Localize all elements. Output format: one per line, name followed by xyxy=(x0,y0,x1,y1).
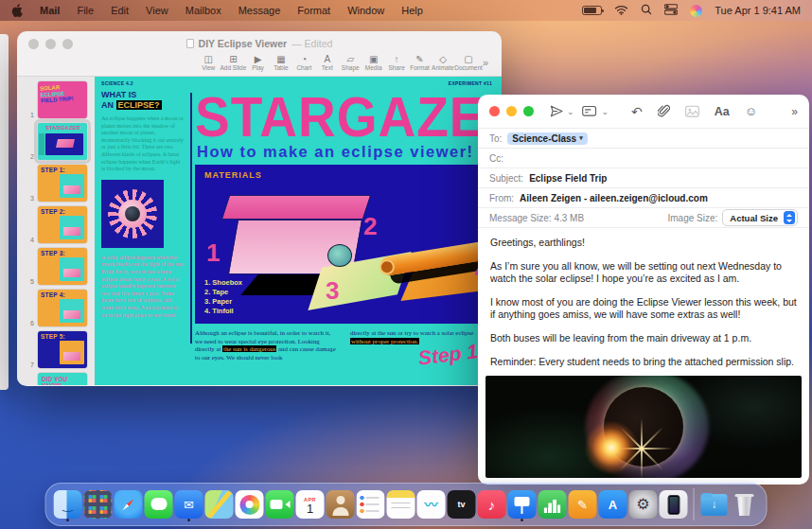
undo-icon[interactable]: ↶ xyxy=(631,104,643,119)
dock-notes[interactable] xyxy=(387,486,415,522)
dock-freeform[interactable]: 〰 xyxy=(417,486,446,522)
dock-photos[interactable] xyxy=(236,486,264,522)
send-chevron-icon[interactable]: ⌄ xyxy=(567,107,574,116)
chart-button[interactable]: ◔Chart xyxy=(292,54,315,71)
from-value[interactable]: Aileen Zeigen - aileen.zeigen@icloud.com xyxy=(520,193,708,203)
control-center-icon[interactable] xyxy=(664,4,678,17)
keynote-titlebar[interactable]: DIY Eclipse Viewer — Edited xyxy=(17,31,502,49)
highlight-sun-dangerous: the sun is dangerous xyxy=(222,345,276,352)
menu-bar-clock[interactable]: Tue Apr 1 9:41 AM xyxy=(715,5,801,16)
dock-downloads[interactable]: ↓ xyxy=(700,486,729,522)
text-button[interactable]: AText xyxy=(316,54,339,71)
mail-toolbar[interactable]: ⌄ ⌄ ↶ Aa ☺ » xyxy=(478,95,809,128)
slide-thumbnail-4[interactable]: 4 STEP 2: xyxy=(17,206,91,243)
keynote-close-button[interactable] xyxy=(28,39,39,49)
slide-course-label: SCIENCE 4.2 xyxy=(101,80,133,86)
menu-item-mail[interactable]: Mail xyxy=(40,5,60,16)
text-icon: A xyxy=(324,54,330,64)
keynote-zoom-button[interactable] xyxy=(62,39,73,49)
eclipse-photo-attachment[interactable] xyxy=(485,376,802,478)
dock-facetime[interactable] xyxy=(266,486,294,522)
dock-pages[interactable]: ✎ xyxy=(569,486,597,522)
slide-thumbnail-3[interactable]: 3 STEP 1: xyxy=(17,165,91,202)
send-icon[interactable] xyxy=(549,104,564,118)
dock-calendar[interactable]: APR1 xyxy=(296,486,325,522)
animate-button[interactable]: ◇Animate xyxy=(432,54,454,71)
slide-thumbnail-5[interactable]: 5 STEP 3: xyxy=(17,248,91,285)
dock-safari[interactable] xyxy=(115,486,143,522)
share-button[interactable]: ↑Share xyxy=(385,54,408,71)
subject-field[interactable]: Subject: Eclipse Field Trip xyxy=(478,168,809,187)
to-field[interactable]: To: Science-Class▾ xyxy=(478,128,809,148)
to-recipient-token[interactable]: Science-Class▾ xyxy=(507,132,587,145)
slide-thumbnail-7[interactable]: 7 STEP 5: xyxy=(17,331,91,368)
dock-iphone-mirroring[interactable] xyxy=(660,486,688,522)
dock-app-store[interactable]: A xyxy=(599,486,627,522)
siri-icon[interactable] xyxy=(690,5,702,17)
battery-icon[interactable] xyxy=(582,6,602,15)
mail-minimize-button[interactable] xyxy=(506,106,517,116)
dock-messages[interactable] xyxy=(145,486,173,522)
slide-canvas[interactable]: SCIENCE 4.2 EXPERIMENT #11 WHAT IS AN EC… xyxy=(95,77,502,385)
slide-navigator: 1 SOLAR ECLIPSE FIELD TRIP! 2 STARGAZER xyxy=(17,77,95,385)
table-icon: ▦ xyxy=(276,54,285,64)
slide-thumbnail-8[interactable]: DID YOU KNOW xyxy=(17,373,91,385)
menu-item-window[interactable]: Window xyxy=(347,5,384,16)
format-button[interactable]: ✎Format xyxy=(408,54,431,71)
mail-zoom-button[interactable] xyxy=(523,106,534,116)
size-row: Message Size: 4.3 MB Image Size: Actual … xyxy=(478,207,809,227)
menu-item-file[interactable]: File xyxy=(77,5,94,16)
keynote-window-title: DIY Eclipse Viewer xyxy=(199,38,288,49)
dock-system-settings[interactable]: ⚙ xyxy=(629,486,658,522)
attach-icon[interactable] xyxy=(658,104,670,118)
slide-thumbnail-2-selected[interactable]: 2 STARGAZER xyxy=(17,123,91,160)
media-button[interactable]: ▣Media xyxy=(362,54,384,71)
document-button[interactable]: ▢Document xyxy=(454,54,483,71)
dock-mail[interactable]: ✉ xyxy=(175,486,203,522)
menu-item-format[interactable]: Format xyxy=(297,5,330,16)
body-paragraph: As I’m sure you all know, we will be set… xyxy=(490,260,797,285)
menu-item-help[interactable]: Help xyxy=(401,5,423,16)
apple-menu-icon[interactable] xyxy=(11,4,23,17)
play-button[interactable]: ▶Play xyxy=(246,54,269,71)
dock: ‿ ✉ APR1 〰 tv ♪ ✎ A ⚙ ↓ xyxy=(45,483,768,526)
view-button[interactable]: ◫View xyxy=(197,54,220,71)
format-icon[interactable]: Aa xyxy=(715,105,730,118)
keynote-minimize-button[interactable] xyxy=(45,39,56,49)
header-fields-chevron-icon[interactable]: ⌄ xyxy=(602,107,609,116)
dock-music[interactable]: ♪ xyxy=(478,486,506,522)
dock-apple-tv[interactable]: tv xyxy=(448,486,476,522)
menu-item-view[interactable]: View xyxy=(146,5,168,16)
shape-button[interactable]: ▱Shape xyxy=(339,54,362,71)
image-size-select[interactable]: Actual Size xyxy=(722,209,798,226)
from-field[interactable]: From: Aileen Zeigen - aileen.zeigen@iclo… xyxy=(478,187,809,207)
table-button[interactable]: ▦Table xyxy=(270,54,292,71)
menu-item-message[interactable]: Message xyxy=(238,5,281,16)
dock-launchpad[interactable] xyxy=(84,486,113,522)
document-proxy-icon xyxy=(186,39,194,48)
mail-close-button[interactable] xyxy=(489,106,500,116)
add-slide-button[interactable]: ⊞Add Slide xyxy=(220,54,246,71)
eclipse-paragraph-2: A solar eclipse happens when the moon bl… xyxy=(101,255,185,319)
toolbar-overflow-icon[interactable]: » xyxy=(483,57,488,68)
menu-item-mailbox[interactable]: Mailbox xyxy=(185,5,221,16)
dock-trash[interactable] xyxy=(731,486,759,522)
header-fields-icon[interactable] xyxy=(582,105,599,118)
subject-value[interactable]: Eclipse Field Trip xyxy=(529,173,607,184)
slide-thumbnail-1[interactable]: 1 SOLAR ECLIPSE FIELD TRIP! xyxy=(17,81,91,118)
dock-numbers[interactable] xyxy=(538,486,567,522)
wifi-icon[interactable] xyxy=(614,5,628,17)
mail-toolbar-overflow-icon[interactable]: » xyxy=(791,105,798,118)
dock-keynote[interactable] xyxy=(508,486,537,522)
dock-reminders[interactable] xyxy=(357,486,385,522)
insert-photo-icon xyxy=(685,105,699,118)
dock-finder[interactable]: ‿ xyxy=(54,486,82,522)
search-icon[interactable] xyxy=(641,4,652,17)
slide-thumbnail-6[interactable]: 6 STEP 4: xyxy=(17,290,91,326)
dock-maps[interactable] xyxy=(205,486,234,522)
emoji-icon[interactable]: ☺ xyxy=(745,104,757,118)
cc-field[interactable]: Cc: xyxy=(478,148,809,168)
dock-contacts[interactable] xyxy=(327,486,355,522)
menu-item-edit[interactable]: Edit xyxy=(111,5,129,16)
background-window-edge[interactable] xyxy=(0,34,9,390)
